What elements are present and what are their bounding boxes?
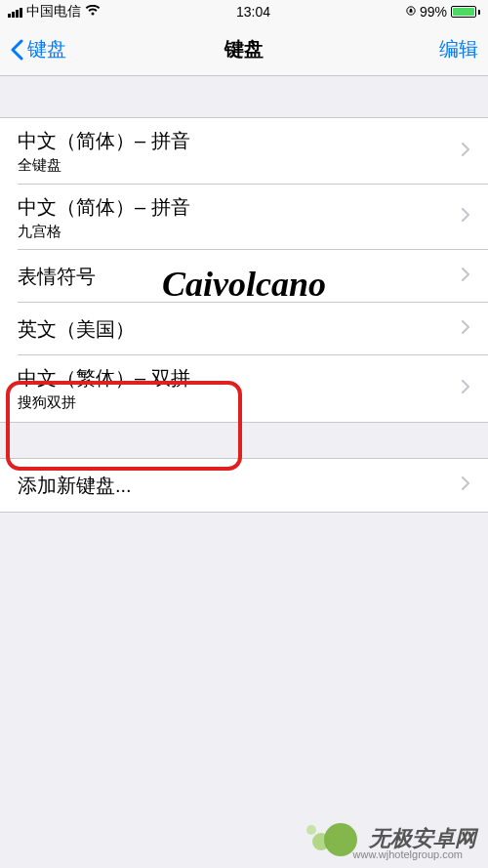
keyboards-list: 中文（简体）– 拼音 全键盘 中文（简体）– 拼音 九宫格 表情符号 英文（美国… <box>0 117 488 423</box>
chevron-right-icon <box>461 142 470 161</box>
add-keyboard-group: 添加新键盘... <box>0 458 488 513</box>
keyboard-title: 中文（简体）– 拼音 <box>18 128 461 153</box>
add-keyboard-row[interactable]: 添加新键盘... <box>0 459 488 512</box>
watermark-footer: 无极安卓网 www.wjhotelgroup.com <box>306 819 476 858</box>
signal-icon <box>8 6 22 18</box>
battery-icon <box>451 6 480 18</box>
battery-percent: 99% <box>420 4 447 20</box>
back-button[interactable]: 键盘 <box>10 36 66 62</box>
status-time: 13:04 <box>236 4 270 20</box>
keyboard-title: 中文（简体）– 拼音 <box>18 194 461 220</box>
chevron-right-icon <box>461 319 470 339</box>
page-title: 键盘 <box>224 36 264 62</box>
keyboard-title: 表情符号 <box>18 264 461 289</box>
watermark-url: www.wjhotelgroup.com <box>353 848 464 860</box>
keyboard-subtitle: 九宫格 <box>18 222 461 241</box>
keyboard-row[interactable]: 表情符号 <box>0 250 488 303</box>
orientation-lock-icon <box>406 4 416 20</box>
keyboard-title: 中文（繁体）– 双拼 <box>18 365 461 391</box>
chevron-left-icon <box>10 39 23 61</box>
keyboard-row[interactable]: 英文（美国） <box>0 303 488 355</box>
carrier-label: 中国电信 <box>26 3 81 21</box>
status-left: 中国电信 <box>8 3 101 21</box>
status-bar: 中国电信 13:04 99% <box>0 0 488 23</box>
wifi-icon <box>85 4 101 20</box>
keyboard-row-highlighted[interactable]: 中文（繁体）– 双拼 搜狗双拼 <box>0 355 488 422</box>
chevron-right-icon <box>461 267 470 286</box>
keyboard-row[interactable]: 中文（简体）– 拼音 九宫格 <box>0 185 488 251</box>
watermark-brand: 无极安卓网 <box>369 824 476 853</box>
keyboard-title: 英文（美国） <box>18 316 461 342</box>
keyboard-row[interactable]: 中文（简体）– 拼音 全键盘 <box>0 118 488 185</box>
chevron-right-icon <box>461 207 470 227</box>
status-right: 99% <box>406 4 480 20</box>
keyboard-subtitle: 全键盘 <box>18 155 461 175</box>
add-keyboard-label: 添加新键盘... <box>18 473 461 498</box>
keyboard-subtitle: 搜狗双拼 <box>18 393 461 412</box>
watermark-logo-icon <box>306 819 361 858</box>
chevron-right-icon <box>461 475 470 495</box>
chevron-right-icon <box>461 379 470 398</box>
edit-button[interactable]: 编辑 <box>439 36 478 62</box>
nav-bar: 键盘 键盘 编辑 <box>0 23 488 76</box>
content-area: 中文（简体）– 拼音 全键盘 中文（简体）– 拼音 九宫格 表情符号 英文（美国… <box>0 76 488 513</box>
back-label: 键盘 <box>27 36 66 62</box>
